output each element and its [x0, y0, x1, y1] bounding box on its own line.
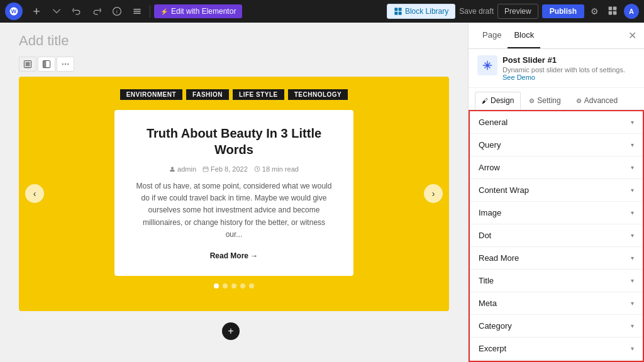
accordion-read-more-header[interactable]: Read More ▾	[470, 247, 643, 269]
chevron-down-icon: ▾	[631, 209, 634, 216]
accordion-arrow: Arrow ▾	[470, 156, 643, 179]
svg-point-20	[65, 63, 66, 65]
settings-gear-button[interactable]: ⚙	[588, 4, 601, 19]
accordion-category-header[interactable]: Category ▾	[470, 315, 643, 337]
block-layout-button-2[interactable]	[38, 57, 55, 72]
preview-button[interactable]: Preview	[497, 4, 538, 19]
dot-5[interactable]	[249, 283, 254, 288]
publish-button[interactable]: Publish	[542, 4, 584, 18]
svg-rect-9	[394, 12, 397, 15]
edit-with-elementor-button[interactable]: ⚡ Edit with Elementor	[154, 4, 242, 18]
svg-rect-11	[609, 6, 613, 10]
panel-tabs: Page Block ✕	[469, 23, 644, 49]
plugin-see-demo-link[interactable]: See Demo	[502, 74, 535, 81]
slider-arrow-right[interactable]: ›	[424, 184, 443, 203]
svg-rect-6	[133, 13, 140, 14]
slide-excerpt: Most of us have, at some point, consider…	[135, 180, 333, 241]
user-switcher-button[interactable]	[605, 3, 620, 20]
block-layout-button-1[interactable]	[19, 57, 36, 72]
settings-tab-design[interactable]: 🖌 Design	[475, 92, 521, 109]
chevron-down-icon: ▾	[631, 277, 634, 284]
settings-tab-advanced[interactable]: ⚙ Advanced	[569, 92, 625, 109]
accordion-title: Title ▾	[470, 270, 643, 292]
block-more-options-button[interactable]	[57, 57, 74, 72]
dot-3[interactable]	[231, 283, 236, 288]
accordion-image: Image ▾	[470, 202, 643, 224]
accordion-read-more: Read More ▾	[470, 247, 643, 270]
svg-rect-14	[613, 11, 617, 14]
chevron-down-icon: ▾	[631, 164, 634, 171]
dot-1[interactable]	[214, 283, 219, 288]
add-title-placeholder[interactable]: Add title	[13, 33, 455, 49]
svg-rect-5	[133, 11, 140, 12]
accordion-meta-header[interactable]: Meta ▾	[470, 292, 643, 314]
category-environment: Environment	[120, 89, 182, 100]
advanced-icon: ⚙	[576, 97, 582, 104]
tab-block[interactable]: Block	[508, 23, 540, 48]
slide-categories: Environment Fashion Life Style Technolog…	[120, 89, 348, 100]
slide-author: admin	[169, 165, 196, 173]
svg-rect-13	[609, 11, 613, 14]
slide-content: Environment Fashion Life Style Technolog…	[19, 77, 449, 311]
block-toolbar	[13, 57, 455, 72]
plugin-name: Post Slider #1	[502, 55, 635, 65]
accordion-meta: Meta ▾	[470, 292, 643, 315]
svg-rect-18	[43, 61, 46, 67]
dot-4[interactable]	[240, 283, 245, 288]
toolbar-right: Block Library Save draft Preview Publish…	[387, 3, 639, 20]
block-library-button[interactable]: Block Library	[387, 4, 455, 19]
chevron-down-icon: ▾	[631, 345, 634, 352]
dot-2[interactable]	[223, 283, 228, 288]
elementor-icon: ⚡	[160, 8, 168, 15]
chevron-down-icon: ▾	[631, 322, 634, 329]
accordion-content-wrap-header[interactable]: Content Wrap ▾	[470, 179, 643, 201]
info-button[interactable]: i	[108, 4, 126, 19]
accordion-query: Query ▾	[470, 134, 643, 156]
settings-tab-setting[interactable]: ⚙ Setting	[522, 92, 567, 109]
chevron-down-icon: ▾	[631, 187, 634, 194]
post-slider: ‹ › Environment Fashion Life Style Techn…	[19, 77, 449, 311]
tools-button[interactable]	[48, 4, 65, 19]
plugin-icon	[477, 55, 497, 75]
svg-rect-4	[133, 9, 140, 10]
add-block-button[interactable]: +	[222, 322, 240, 340]
svg-point-22	[171, 167, 174, 170]
panel-close-button[interactable]: ✕	[628, 30, 636, 41]
slide-read-more-link[interactable]: Read More →	[210, 251, 258, 260]
svg-point-21	[67, 63, 69, 65]
svg-rect-7	[394, 8, 397, 11]
wp-logo[interactable]: W	[5, 3, 23, 20]
accordion-arrow-header[interactable]: Arrow ▾	[470, 156, 643, 178]
accordion-general-header[interactable]: General ▾	[470, 111, 643, 133]
accordion-title-header[interactable]: Title ▾	[470, 270, 643, 292]
accordion-excerpt: Excerpt ▾	[470, 337, 643, 360]
slide-read-time: 18 min read	[254, 165, 299, 173]
tab-page[interactable]: Page	[476, 23, 508, 48]
list-view-button[interactable]	[128, 4, 146, 19]
accordion-dot-header[interactable]: Dot ▾	[470, 224, 643, 246]
slider-arrow-left[interactable]: ‹	[25, 184, 44, 203]
main-layout: Add title ‹ › Environment Fashion Life S…	[0, 23, 644, 362]
slider-dots	[214, 276, 254, 299]
svg-text:W: W	[11, 8, 17, 14]
undo-button[interactable]	[68, 4, 86, 19]
chevron-down-icon: ▾	[631, 141, 634, 148]
accordion-category: Category ▾	[470, 315, 643, 337]
top-toolbar: W i ⚡ Edit with Elementor Block Library …	[0, 0, 644, 23]
svg-rect-12	[613, 6, 617, 10]
chevron-down-icon: ▾	[631, 255, 634, 261]
chevron-down-icon: ▾	[631, 300, 634, 307]
user-avatar-button[interactable]: A	[624, 4, 639, 19]
slide-title: Truth About Beauty In 3 Little Words	[135, 125, 333, 158]
add-block-toolbar-button[interactable]	[28, 4, 45, 19]
accordion-query-header[interactable]: Query ▾	[470, 134, 643, 156]
editor-area: Add title ‹ › Environment Fashion Life S…	[0, 23, 468, 362]
accordion-excerpt-header[interactable]: Excerpt ▾	[470, 337, 643, 359]
svg-rect-16	[26, 62, 30, 67]
accordion-image-header[interactable]: Image ▾	[470, 202, 643, 224]
svg-text:i: i	[116, 9, 118, 14]
redo-button[interactable]	[88, 4, 106, 19]
slide-meta: admin Feb 8, 2022 18 min read	[135, 165, 333, 173]
save-draft-button[interactable]: Save draft	[459, 7, 494, 16]
slide-card: Truth About Beauty In 3 Little Words adm…	[114, 110, 353, 276]
